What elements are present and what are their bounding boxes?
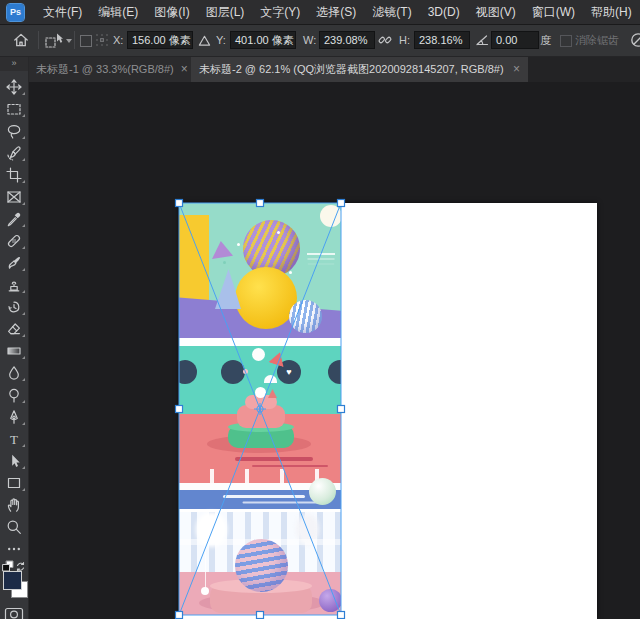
ellipsis-icon <box>6 541 22 557</box>
cancel-icon <box>629 31 640 49</box>
h-label: H: <box>399 34 410 46</box>
options-bar: X: 156.00 像素 Y: 401.00 像素 W: 239.08% H: … <box>0 24 640 57</box>
y-position-field[interactable]: 401.00 像素 <box>230 31 296 49</box>
gradient-icon <box>6 343 22 359</box>
svg-text:T: T <box>10 432 18 447</box>
move-tool[interactable] <box>0 76 28 98</box>
menu-edit[interactable]: 编辑(E) <box>90 0 146 24</box>
foreground-color-swatch[interactable] <box>3 571 22 590</box>
path-selection-tool[interactable] <box>0 450 28 472</box>
dodge-tool[interactable] <box>0 384 28 406</box>
history-brush-icon <box>6 299 22 315</box>
brush-tool[interactable] <box>0 252 28 274</box>
tab-untitled-2[interactable]: 未标题-2 @ 62.1% (QQ浏览器截图20200928145207, RG… <box>191 56 528 82</box>
maintain-aspect-ratio-button[interactable] <box>377 24 393 56</box>
transform-handle-top-center[interactable] <box>257 200 264 207</box>
eraser-tool[interactable] <box>0 318 28 340</box>
menu-view[interactable]: 视图(V) <box>468 0 524 24</box>
lasso-tool[interactable] <box>0 120 28 142</box>
home-icon <box>12 31 30 49</box>
type-tool[interactable]: T <box>0 428 28 450</box>
menu-window[interactable]: 窗口(W) <box>524 0 583 24</box>
spot-healing-brush-tool[interactable] <box>0 230 28 252</box>
eraser-icon <box>6 321 22 337</box>
rectangle-tool[interactable] <box>0 472 28 494</box>
crop-tool[interactable] <box>0 164 28 186</box>
quick-mask-button[interactable] <box>0 606 28 619</box>
history-brush-tool[interactable] <box>0 296 28 318</box>
rectangle-icon <box>6 475 22 491</box>
antialias-checkbox[interactable] <box>560 35 572 47</box>
free-transform-overlay[interactable] <box>171 195 349 619</box>
width-scale-field[interactable]: 239.08% <box>319 31 375 49</box>
tab-untitled-1[interactable]: 未标题-1 @ 33.3%(RGB/8#) × <box>28 56 207 82</box>
magnifier-icon <box>6 519 22 535</box>
menu-filter[interactable]: 滤镜(T) <box>364 0 419 24</box>
x-position-field[interactable]: 156.00 像素 <box>127 31 193 49</box>
transform-handle-top-left[interactable] <box>176 200 183 207</box>
transform-handle-bottom-left[interactable] <box>176 612 183 619</box>
transform-handle-top-right[interactable] <box>338 200 345 207</box>
stamp-icon <box>6 277 22 293</box>
hand-tool[interactable] <box>0 494 28 516</box>
delta-icon <box>198 34 211 47</box>
lasso-icon <box>6 123 22 139</box>
type-icon: T <box>6 431 22 447</box>
clone-stamp-tool[interactable] <box>0 274 28 296</box>
transform-handle-mid-right[interactable] <box>338 406 345 413</box>
w-label: W: <box>303 34 316 46</box>
quick-mask-icon <box>4 607 24 619</box>
transform-handle-mid-left[interactable] <box>176 406 183 413</box>
menu-file[interactable]: 文件(F) <box>35 0 90 24</box>
cancel-transform-button[interactable] <box>629 24 640 56</box>
rotation-icon-wrap <box>475 24 489 56</box>
hand-icon <box>6 497 22 513</box>
transform-handle-bottom-right[interactable] <box>338 612 345 619</box>
document-tab-bar: 未标题-1 @ 33.3%(RGB/8#) × 未标题-2 @ 62.1% (Q… <box>28 56 640 82</box>
tab-title: 未标题-1 @ 33.3%(RGB/8#) <box>36 62 174 77</box>
link-icon <box>377 32 393 48</box>
y-label: Y: <box>216 34 226 46</box>
collapse-panel-button[interactable]: » <box>0 56 28 71</box>
edit-toolbar-button[interactable] <box>0 538 28 560</box>
tool-panel: » T <box>0 56 29 619</box>
canvas-area[interactable]: ♥ <box>28 82 640 619</box>
separator <box>74 31 75 49</box>
menu-type[interactable]: 文字(Y) <box>252 0 308 24</box>
gradient-tool[interactable] <box>0 340 28 362</box>
eyedropper-icon <box>6 211 22 227</box>
menu-3d[interactable]: 3D(D) <box>420 0 468 24</box>
menu-help[interactable]: 帮助(H) <box>583 0 640 24</box>
menu-layer[interactable]: 图层(L) <box>198 0 253 24</box>
selection-arrow-icon <box>6 453 22 469</box>
transform-handle-bottom-center[interactable] <box>257 612 264 619</box>
brush-icon <box>6 255 22 271</box>
rotation-angle-field[interactable]: 0.00 <box>491 31 539 49</box>
home-button[interactable] <box>12 24 30 56</box>
rectangular-marquee-tool[interactable] <box>0 98 28 120</box>
zoom-tool[interactable] <box>0 516 28 538</box>
reference-point-locator[interactable] <box>95 24 109 56</box>
bandage-icon <box>6 233 22 249</box>
eyedropper-tool[interactable] <box>0 208 28 230</box>
dodge-icon <box>6 387 22 403</box>
tab-close-icon[interactable]: × <box>513 62 520 76</box>
reference-point-checkbox[interactable] <box>80 35 92 47</box>
reference-grid-icon <box>95 33 109 47</box>
move-tool-icon <box>45 32 64 49</box>
x-label: X: <box>113 34 123 46</box>
quick-selection-tool[interactable] <box>0 142 28 164</box>
move-icon <box>6 79 22 95</box>
menu-select[interactable]: 选择(S) <box>308 0 364 24</box>
blur-tool[interactable] <box>0 362 28 384</box>
frame-tool[interactable] <box>0 186 28 208</box>
menu-bar: Ps 文件(F) 编辑(E) 图像(I) 图层(L) 文字(Y) 选择(S) 滤… <box>0 0 640 25</box>
menu-image[interactable]: 图像(I) <box>146 0 197 24</box>
current-tool-icon[interactable] <box>45 24 64 56</box>
height-scale-field[interactable]: 238.16% <box>414 31 470 49</box>
tab-close-icon[interactable]: × <box>181 62 188 76</box>
frame-icon <box>6 189 22 205</box>
tool-dropdown-caret[interactable] <box>66 39 72 43</box>
relative-position-toggle[interactable] <box>198 24 211 56</box>
pen-tool[interactable] <box>0 406 28 428</box>
